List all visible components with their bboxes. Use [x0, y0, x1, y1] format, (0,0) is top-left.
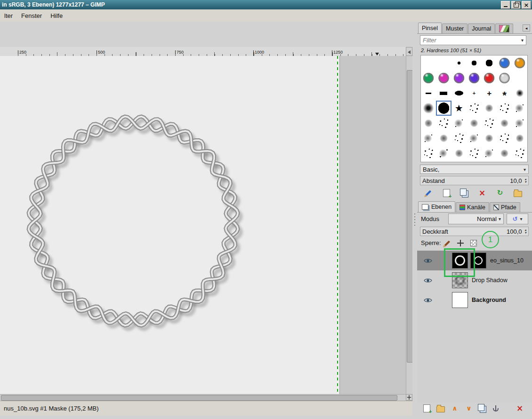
brush-swatch[interactable] [512, 131, 527, 146]
brush-swatch[interactable] [512, 116, 527, 131]
tab-kanaele[interactable]: Kanäle [456, 202, 489, 212]
brush-swatch[interactable] [436, 146, 451, 161]
new-layer-button[interactable] [420, 403, 433, 414]
brush-spacing-spinner[interactable]: Abstand 10,0 ▴ ▾ [420, 176, 529, 185]
guide-line[interactable] [337, 56, 338, 394]
titlebar[interactable]: in sRGB, 3 Ebenen) 1277x1277 – GIMP × [0, 0, 532, 9]
mode-dropdown[interactable]: Normal ▾ [448, 213, 504, 224]
tab-ebenen[interactable]: Ebenen [418, 201, 455, 212]
visibility-eye-icon[interactable] [423, 298, 433, 303]
tab-pfade[interactable]: Pfade [490, 202, 520, 212]
visibility-eye-icon[interactable] [423, 278, 433, 283]
brush-swatch[interactable] [421, 71, 436, 86]
edit-brush-button[interactable] [422, 187, 435, 198]
brush-swatch[interactable] [512, 55, 527, 71]
brush-swatch[interactable] [482, 86, 497, 101]
brush-swatch[interactable] [436, 101, 451, 116]
brush-swatch[interactable] [497, 71, 512, 86]
brush-swatch[interactable] [497, 101, 512, 116]
brush-swatch[interactable] [421, 86, 436, 101]
delete-layer-button[interactable]: × [513, 403, 526, 414]
brush-swatch[interactable] [467, 116, 482, 131]
tab-muster[interactable]: Muster [442, 24, 468, 33]
brush-swatch[interactable] [497, 116, 512, 131]
opacity-slider[interactable]: Deckkraft 100,0 ▴ ▾ [420, 227, 529, 236]
brush-swatch[interactable] [467, 131, 482, 146]
new-group-button[interactable] [434, 403, 447, 414]
layer-row-drop-shadow[interactable]: Drop Shadow [417, 270, 532, 290]
spinner-arrows[interactable]: ▴ ▾ [524, 178, 526, 183]
layer-mask-thumbnail[interactable] [470, 253, 486, 269]
brush-swatch[interactable] [482, 101, 497, 116]
canvas-viewport[interactable] [0, 56, 406, 394]
brush-swatch[interactable] [482, 116, 497, 131]
lock-pixels-button[interactable] [442, 238, 453, 248]
menu-hilfe[interactable]: Hilfe [46, 11, 67, 21]
close-button[interactable]: × [522, 1, 531, 9]
brush-swatch[interactable] [467, 146, 482, 161]
brush-swatch[interactable] [467, 101, 482, 116]
duplicate-layer-button[interactable] [476, 403, 489, 414]
lower-layer-button[interactable]: ∨ [462, 403, 476, 414]
anchor-layer-button[interactable] [489, 403, 502, 414]
brush-swatch[interactable] [482, 131, 497, 146]
lock-position-button[interactable] [455, 238, 466, 248]
mode-options-button[interactable]: ↺ ▾ [507, 213, 528, 224]
visibility-eye-icon[interactable] [423, 258, 433, 263]
brush-swatch[interactable] [451, 101, 467, 116]
vertical-scrollbar[interactable] [406, 56, 412, 394]
brushes-dock-menu-button[interactable]: ◂ [523, 24, 530, 32]
layer-thumbnail[interactable] [452, 292, 468, 308]
panel-resize-handle[interactable] [412, 22, 417, 419]
spin-down-icon[interactable]: ▾ [524, 231, 526, 234]
minimize-button[interactable] [501, 1, 510, 9]
spinner-arrows[interactable]: ▴ ▾ [524, 229, 526, 234]
brush-swatch[interactable] [451, 146, 467, 161]
brush-swatch[interactable] [467, 86, 482, 101]
brush-swatch[interactable] [451, 86, 467, 101]
brush-swatch[interactable] [421, 101, 436, 116]
layer-row-eo-sinus[interactable]: eo_sinus_10 [417, 251, 532, 270]
open-brush-button[interactable] [511, 187, 524, 198]
tab-journal[interactable]: Journal [468, 24, 495, 33]
brush-swatch[interactable] [497, 131, 512, 146]
horizontal-scrollbar[interactable] [0, 394, 406, 401]
raise-layer-button[interactable]: ∧ [448, 403, 461, 414]
brush-swatch[interactable] [497, 146, 512, 161]
menu-filter[interactable]: lter [0, 11, 17, 21]
duplicate-brush-button[interactable] [458, 187, 471, 198]
layer-thumbnail[interactable] [452, 272, 468, 288]
brush-swatch[interactable] [451, 71, 467, 86]
brush-swatch[interactable] [436, 71, 451, 86]
brush-swatch[interactable] [497, 86, 512, 101]
layer-row-background[interactable]: Background [417, 290, 532, 310]
brush-swatch[interactable] [512, 86, 527, 101]
brush-swatch[interactable] [497, 55, 512, 71]
layer-thumbnail[interactable] [452, 253, 468, 269]
brush-swatch[interactable] [512, 101, 527, 116]
brush-swatch[interactable] [436, 55, 451, 71]
brush-swatch[interactable] [482, 55, 497, 71]
brush-swatch[interactable] [436, 86, 451, 101]
tab-pattern-preview[interactable] [495, 24, 513, 33]
maximize-button[interactable] [511, 1, 521, 9]
brush-swatch[interactable] [467, 55, 482, 71]
brush-swatch[interactable] [482, 71, 497, 86]
horizontal-ruler[interactable]: 250 500 750 1000 1250 [0, 47, 406, 56]
brush-swatch[interactable] [421, 131, 436, 146]
brush-swatch[interactable] [421, 116, 436, 131]
brush-swatch[interactable] [467, 71, 482, 86]
brush-swatch[interactable] [421, 146, 436, 161]
brush-swatch[interactable] [436, 116, 451, 131]
brush-swatch[interactable] [451, 116, 467, 131]
spin-down-icon[interactable]: ▾ [524, 181, 526, 183]
menu-fenster[interactable]: Fenster [17, 11, 46, 21]
pan-view-button[interactable] [406, 394, 412, 401]
brush-swatch[interactable] [436, 131, 451, 146]
new-brush-button[interactable] [440, 187, 453, 198]
brush-swatch[interactable] [421, 55, 436, 71]
brush-preset-dropdown[interactable]: Basic, ▾ [420, 165, 529, 174]
horizontal-scrollbar-thumb[interactable] [1, 395, 397, 401]
brush-swatch[interactable] [512, 146, 527, 161]
brush-filter-input[interactable]: Filter ▾ [420, 35, 526, 45]
